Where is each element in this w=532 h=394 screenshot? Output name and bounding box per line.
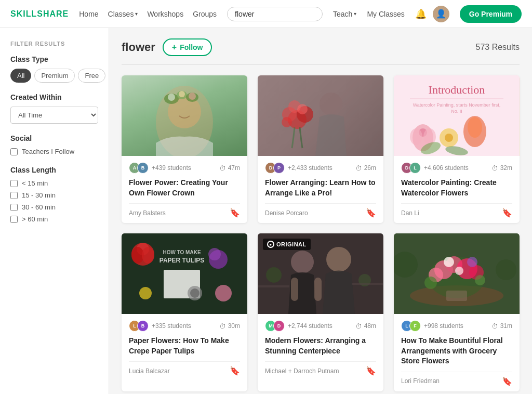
- class-type-filter: Class Type All Premium Free: [10, 55, 98, 83]
- follow-button[interactable]: + Follow: [163, 38, 212, 56]
- type-free-button[interactable]: Free: [78, 69, 105, 83]
- svg-point-14: [297, 104, 308, 114]
- card-4-time: 30m: [228, 322, 240, 330]
- go-premium-button[interactable]: Go Premium: [460, 5, 522, 23]
- nav-my-classes[interactable]: My Classes: [367, 10, 404, 18]
- card-6-bookmark-icon[interactable]: 🔖: [502, 376, 512, 386]
- card-4-title: Paper Flowers: How To Make Crepe Paper T…: [129, 336, 240, 356]
- card-3-students: +4,606 students: [424, 164, 469, 172]
- avatar[interactable]: 👤: [433, 6, 449, 22]
- main-content: flower + Follow 573 Results: [109, 28, 532, 394]
- svg-text:No. II: No. II: [451, 109, 462, 114]
- clock-icon-4: ⏱: [219, 322, 226, 330]
- svg-text:Introduction: Introduction: [429, 83, 485, 96]
- social-filter: Social Teachers I Follow: [10, 134, 98, 155]
- clock-icon-6: ⏱: [491, 322, 498, 330]
- card-4[interactable]: HOW TO MAKE PAPER TULIPS L B +335 studen…: [122, 233, 247, 391]
- length-15-30-checkbox[interactable]: 15 - 30 min: [10, 191, 98, 199]
- card-1[interactable]: A B +439 students ⏱ 47m Flower Power: Cr…: [122, 75, 247, 223]
- svg-point-28: [468, 117, 482, 138]
- svg-point-69: [496, 259, 516, 280]
- nav-workshops[interactable]: Workshops: [147, 10, 183, 18]
- nav-classes[interactable]: Classes ▾: [108, 10, 138, 18]
- nav-teach[interactable]: Teach ▾: [333, 10, 356, 18]
- card-3-thumbnail: Introduction Watercolor Painting, starts…: [394, 75, 520, 156]
- filter-results-title: FILTER RESULTS: [10, 41, 98, 47]
- created-within-dropdown[interactable]: All Time Past Week Past Month Past Year: [10, 107, 98, 124]
- search-keyword-section: flower + Follow: [122, 38, 212, 56]
- card-2-time: 26m: [364, 164, 376, 172]
- card-4-students: +335 students: [152, 322, 191, 330]
- length-30-60-checkbox[interactable]: 30 - 60 min: [10, 203, 98, 211]
- search-header: flower + Follow 573 Results: [122, 38, 520, 65]
- clock-icon-3: ⏱: [491, 164, 498, 172]
- card-2[interactable]: D P +2,433 students ⏱ 26m Flower Arrangi…: [258, 75, 383, 223]
- card-6-time: 31m: [500, 322, 512, 330]
- card-5-students: +2,744 students: [288, 322, 332, 330]
- card-3-avatars: D L: [401, 162, 421, 174]
- card-5[interactable]: ● ORIGINAL M D +2,744 students: [258, 233, 383, 391]
- card-6-author: Lori Friedman: [401, 377, 440, 385]
- nav-home[interactable]: Home: [79, 10, 98, 18]
- results-count: 573 Results: [476, 43, 520, 52]
- search-input[interactable]: [235, 10, 315, 18]
- card-6[interactable]: L F +998 students ⏱ 31m How To Make Boun…: [394, 233, 520, 391]
- card-5-bookmark-icon[interactable]: 🔖: [366, 366, 376, 376]
- card-2-duration: ⏱ 26m: [355, 164, 376, 172]
- length-30-60-label: 30 - 60 min: [22, 203, 56, 211]
- card-3-bookmark-icon[interactable]: 🔖: [502, 208, 512, 218]
- teachers-follow-checkbox[interactable]: Teachers I Follow: [10, 148, 98, 155]
- navbar: SKILLSHARE Home Classes ▾ Workshops Grou…: [0, 0, 532, 28]
- type-all-button[interactable]: All: [10, 69, 31, 83]
- card-5-time: 48m: [364, 322, 376, 330]
- nav-links: Home Classes ▾ Workshops Groups: [79, 10, 217, 18]
- svg-rect-67: [446, 291, 467, 301]
- avatar-6: L: [409, 162, 421, 174]
- length-15-30-input[interactable]: [10, 192, 18, 199]
- original-circle-icon: ●: [267, 241, 274, 248]
- svg-rect-52: [258, 285, 289, 287]
- card-4-bookmark-icon[interactable]: 🔖: [230, 366, 240, 376]
- svg-point-26: [445, 134, 453, 142]
- nav-groups[interactable]: Groups: [193, 10, 217, 18]
- clock-icon-5: ⏱: [355, 322, 362, 330]
- card-4-footer: Lucia Balcazar 🔖: [129, 361, 240, 376]
- length-lt15-input[interactable]: [10, 180, 18, 187]
- card-5-meta: M D +2,744 students ⏱ 48m: [265, 320, 376, 332]
- svg-point-38: [142, 247, 154, 264]
- card-2-footer: Denise Porcaro 🔖: [265, 203, 376, 218]
- avatar-8: B: [137, 320, 149, 332]
- svg-point-50: [266, 267, 282, 283]
- length-gt60-input[interactable]: [10, 216, 18, 223]
- card-3-meta-left: D L +4,606 students: [401, 162, 469, 174]
- notification-bell-icon[interactable]: 🔔: [415, 8, 427, 20]
- teachers-follow-input[interactable]: [10, 148, 18, 155]
- class-type-label: Class Type: [10, 55, 98, 63]
- card-1-time: 47m: [228, 164, 240, 172]
- card-4-thumbnail: HOW TO MAKE PAPER TULIPS: [122, 233, 247, 314]
- card-1-bookmark-icon[interactable]: 🔖: [230, 208, 240, 218]
- card-3[interactable]: Introduction Watercolor Painting, starts…: [394, 75, 520, 223]
- card-5-thumbnail: ● ORIGINAL: [258, 233, 383, 314]
- svg-text:Watercolor Painting, starts No: Watercolor Painting, starts November fir…: [413, 102, 501, 108]
- card-2-thumbnail: [258, 75, 383, 156]
- length-30-60-input[interactable]: [10, 204, 18, 211]
- card-1-meta-left: A B +439 students: [129, 162, 191, 174]
- length-lt15-checkbox[interactable]: < 15 min: [10, 179, 98, 187]
- card-6-students: +998 students: [424, 322, 463, 330]
- card-3-duration: ⏱ 32m: [491, 164, 512, 172]
- card-1-duration: ⏱ 47m: [219, 164, 240, 172]
- card-2-bookmark-icon[interactable]: 🔖: [366, 208, 376, 218]
- created-within-select[interactable]: All Time Past Week Past Month Past Year: [10, 107, 98, 124]
- keyword-text: flower: [122, 41, 155, 54]
- original-badge: ● ORIGINAL: [263, 239, 311, 250]
- svg-point-46: [291, 251, 314, 273]
- search-bar[interactable]: [227, 7, 323, 21]
- card-1-footer: Amy Balsters 🔖: [129, 203, 240, 218]
- length-gt60-checkbox[interactable]: > 60 min: [10, 215, 98, 223]
- card-1-students: +439 students: [152, 164, 191, 172]
- svg-point-5: [168, 94, 175, 101]
- type-premium-button[interactable]: Premium: [34, 69, 75, 83]
- card-5-body: M D +2,744 students ⏱ 48m Modern Flowers…: [258, 314, 383, 381]
- card-3-meta: D L +4,606 students ⏱ 32m: [401, 162, 512, 174]
